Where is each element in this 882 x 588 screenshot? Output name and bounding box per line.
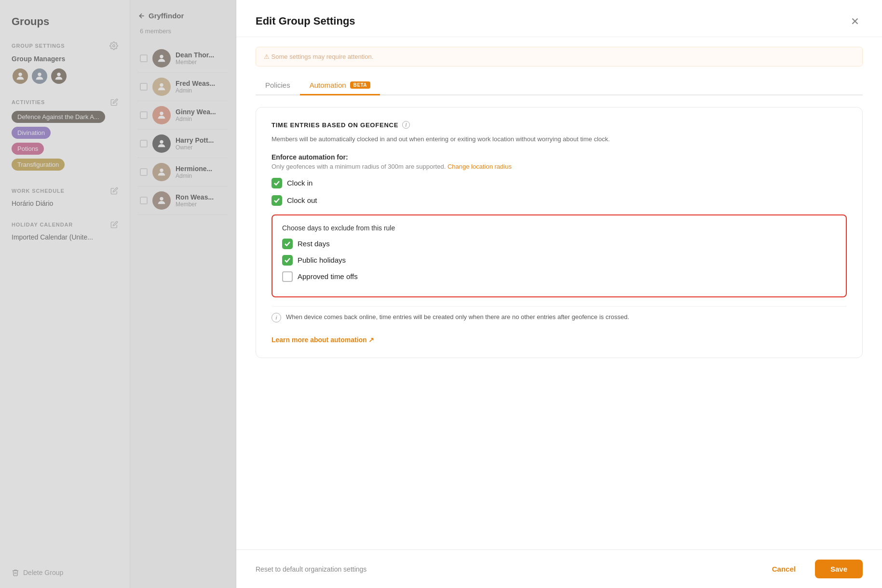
checkmark-icon bbox=[273, 180, 280, 187]
section-title: TIME ENTRIES BASED ON GEOFENCE i bbox=[271, 121, 847, 129]
section-description: Members will be automatically clocked in… bbox=[271, 134, 847, 145]
tab-automation[interactable]: Automation BETA bbox=[300, 76, 380, 95]
checkmark-icon bbox=[284, 257, 291, 264]
save-button[interactable]: Save bbox=[815, 560, 863, 578]
checkmark-icon bbox=[273, 197, 280, 204]
clock-out-row: Clock out bbox=[271, 195, 847, 206]
clock-in-label: Clock in bbox=[287, 179, 312, 187]
rest-days-row: Rest days bbox=[282, 239, 836, 249]
geofence-card: TIME ENTRIES BASED ON GEOFENCE i Members… bbox=[256, 107, 863, 358]
notification-banner: ⚠ Some settings may require attention. bbox=[256, 47, 863, 67]
clock-out-label: Clock out bbox=[287, 196, 317, 204]
public-holidays-label: Public holidays bbox=[298, 256, 346, 264]
approved-timeoffs-checkbox[interactable] bbox=[282, 271, 293, 282]
close-button[interactable] bbox=[847, 13, 863, 29]
clock-out-checkbox[interactable] bbox=[271, 195, 282, 206]
learn-more-link[interactable]: Learn more about automation ↗ bbox=[271, 336, 374, 344]
info-circle-icon: i bbox=[271, 313, 281, 322]
modal: Edit Group Settings ⚠ Some settings may … bbox=[236, 0, 882, 588]
change-radius-link[interactable]: Change location radius bbox=[448, 163, 512, 170]
cancel-button[interactable]: Cancel bbox=[759, 560, 809, 578]
tab-policies[interactable]: Policies bbox=[256, 76, 300, 95]
tabs: Policies Automation BETA bbox=[256, 76, 863, 95]
modal-body: ⚠ Some settings may require attention. P… bbox=[236, 37, 882, 549]
checkmark-icon bbox=[284, 241, 291, 247]
clock-in-row: Clock in bbox=[271, 178, 847, 188]
clock-in-checkbox[interactable] bbox=[271, 178, 282, 188]
rest-days-checkbox[interactable] bbox=[282, 239, 293, 249]
public-holidays-checkbox[interactable] bbox=[282, 255, 293, 266]
modal-title: Edit Group Settings bbox=[256, 15, 355, 27]
exclude-title: Choose days to exclude from this rule bbox=[282, 224, 836, 232]
modal-header: Edit Group Settings bbox=[236, 0, 882, 37]
public-holidays-row: Public holidays bbox=[282, 255, 836, 266]
modal-footer: Reset to default organization settings C… bbox=[236, 549, 882, 588]
close-icon bbox=[850, 16, 860, 27]
enforce-label: Enforce automation for: bbox=[271, 153, 847, 161]
overlay bbox=[0, 0, 236, 588]
beta-badge: BETA bbox=[350, 81, 370, 89]
approved-timeoffs-label: Approved time offs bbox=[298, 272, 358, 281]
info-icon[interactable]: i bbox=[402, 121, 410, 129]
info-row: i When device comes back online, time en… bbox=[271, 306, 847, 328]
approved-timeoffs-row: Approved time offs bbox=[282, 271, 836, 282]
exclude-days-box: Choose days to exclude from this rule Re… bbox=[271, 214, 847, 297]
reset-button[interactable]: Reset to default organization settings bbox=[256, 565, 366, 573]
info-text: When device comes back online, time entr… bbox=[286, 312, 629, 322]
enforce-sub: Only geofences with a minimum radius of … bbox=[271, 163, 847, 170]
rest-days-label: Rest days bbox=[298, 240, 330, 248]
